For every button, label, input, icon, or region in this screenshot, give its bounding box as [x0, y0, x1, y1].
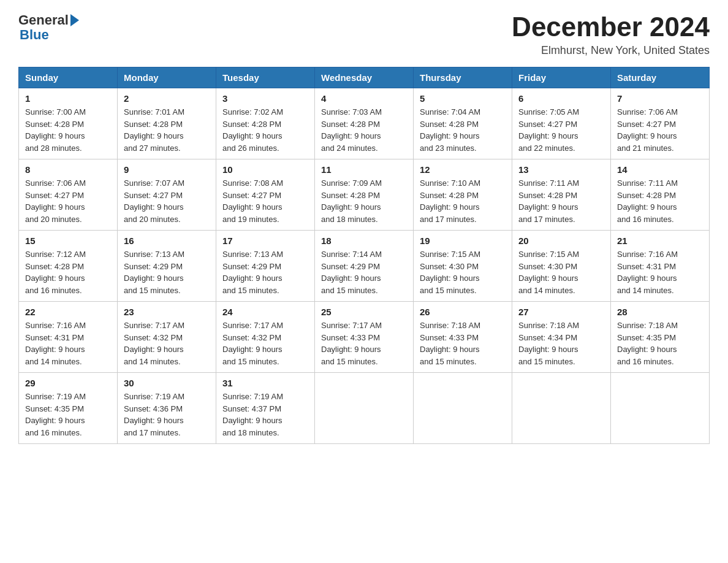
calendar-cell: 7 Sunrise: 7:06 AM Sunset: 4:27 PM Dayli… — [611, 88, 710, 159]
calendar-title: December 2024 — [512, 12, 710, 42]
col-header-tuesday: Tuesday — [216, 67, 315, 88]
day-info: Sunrise: 7:19 AM Sunset: 4:37 PM Dayligh… — [222, 391, 308, 439]
calendar-week-row: 8 Sunrise: 7:06 AM Sunset: 4:27 PM Dayli… — [19, 159, 710, 231]
day-number: 14 — [617, 164, 703, 175]
day-info: Sunrise: 7:13 AM Sunset: 4:29 PM Dayligh… — [124, 248, 210, 296]
day-info: Sunrise: 7:05 AM Sunset: 4:27 PM Dayligh… — [518, 106, 604, 154]
logo: General Blue — [18, 12, 79, 43]
day-number: 30 — [124, 378, 210, 388]
calendar-cell: 12 Sunrise: 7:10 AM Sunset: 4:28 PM Dayl… — [414, 159, 512, 231]
calendar-cell: 23 Sunrise: 7:17 AM Sunset: 4:32 PM Dayl… — [118, 302, 216, 373]
day-number: 12 — [420, 164, 506, 175]
calendar-cell: 4 Sunrise: 7:03 AM Sunset: 4:28 PM Dayli… — [315, 88, 414, 159]
calendar-cell: 10 Sunrise: 7:08 AM Sunset: 4:27 PM Dayl… — [216, 159, 315, 231]
day-number: 1 — [25, 93, 111, 104]
calendar-cell: 29 Sunrise: 7:19 AM Sunset: 4:35 PM Dayl… — [19, 373, 118, 444]
calendar-cell: 22 Sunrise: 7:16 AM Sunset: 4:31 PM Dayl… — [19, 302, 118, 373]
calendar-cell: 28 Sunrise: 7:18 AM Sunset: 4:35 PM Dayl… — [611, 302, 710, 373]
day-info: Sunrise: 7:17 AM Sunset: 4:33 PM Dayligh… — [321, 320, 407, 367]
day-number: 20 — [518, 236, 604, 246]
calendar-cell: 19 Sunrise: 7:15 AM Sunset: 4:30 PM Dayl… — [414, 231, 512, 302]
logo-line1: General — [18, 12, 79, 28]
calendar-week-row: 1 Sunrise: 7:00 AM Sunset: 4:28 PM Dayli… — [19, 88, 710, 159]
day-number: 3 — [222, 93, 308, 104]
calendar-cell: 3 Sunrise: 7:02 AM Sunset: 4:28 PM Dayli… — [216, 88, 315, 159]
day-number: 17 — [222, 236, 308, 246]
calendar-cell: 25 Sunrise: 7:17 AM Sunset: 4:33 PM Dayl… — [315, 302, 414, 373]
day-number: 26 — [420, 307, 506, 317]
day-info: Sunrise: 7:16 AM Sunset: 4:31 PM Dayligh… — [617, 248, 703, 296]
col-header-thursday: Thursday — [414, 67, 512, 88]
day-number: 5 — [420, 93, 506, 104]
day-info: Sunrise: 7:08 AM Sunset: 4:27 PM Dayligh… — [222, 177, 308, 225]
day-info: Sunrise: 7:19 AM Sunset: 4:36 PM Dayligh… — [124, 391, 210, 439]
day-number: 2 — [124, 93, 210, 104]
day-info: Sunrise: 7:06 AM Sunset: 4:27 PM Dayligh… — [25, 177, 111, 225]
calendar-cell: 24 Sunrise: 7:17 AM Sunset: 4:32 PM Dayl… — [216, 302, 315, 373]
col-header-monday: Monday — [118, 67, 216, 88]
day-number: 31 — [222, 378, 308, 388]
day-number: 27 — [518, 307, 604, 317]
day-number: 22 — [25, 307, 111, 317]
calendar-cell — [512, 373, 611, 444]
day-info: Sunrise: 7:16 AM Sunset: 4:31 PM Dayligh… — [25, 320, 111, 367]
calendar-cell: 15 Sunrise: 7:12 AM Sunset: 4:28 PM Dayl… — [19, 231, 118, 302]
day-info: Sunrise: 7:13 AM Sunset: 4:29 PM Dayligh… — [222, 248, 308, 296]
day-info: Sunrise: 7:18 AM Sunset: 4:34 PM Dayligh… — [518, 320, 604, 367]
calendar-cell: 1 Sunrise: 7:00 AM Sunset: 4:28 PM Dayli… — [19, 88, 118, 159]
day-info: Sunrise: 7:07 AM Sunset: 4:27 PM Dayligh… — [124, 177, 210, 225]
calendar-week-row: 22 Sunrise: 7:16 AM Sunset: 4:31 PM Dayl… — [19, 302, 710, 373]
calendar-cell: 21 Sunrise: 7:16 AM Sunset: 4:31 PM Dayl… — [611, 231, 710, 302]
day-info: Sunrise: 7:17 AM Sunset: 4:32 PM Dayligh… — [222, 320, 308, 367]
day-info: Sunrise: 7:06 AM Sunset: 4:27 PM Dayligh… — [617, 106, 703, 154]
calendar-week-row: 15 Sunrise: 7:12 AM Sunset: 4:28 PM Dayl… — [19, 231, 710, 302]
calendar-table: SundayMondayTuesdayWednesdayThursdayFrid… — [18, 67, 710, 444]
calendar-cell: 30 Sunrise: 7:19 AM Sunset: 4:36 PM Dayl… — [118, 373, 216, 444]
logo-general-text: General — [18, 12, 69, 28]
calendar-cell: 2 Sunrise: 7:01 AM Sunset: 4:28 PM Dayli… — [118, 88, 216, 159]
calendar-cell: 20 Sunrise: 7:15 AM Sunset: 4:30 PM Dayl… — [512, 231, 611, 302]
day-info: Sunrise: 7:15 AM Sunset: 4:30 PM Dayligh… — [518, 248, 604, 296]
logo-blue-text: Blue — [18, 27, 49, 43]
calendar-cell: 18 Sunrise: 7:14 AM Sunset: 4:29 PM Dayl… — [315, 231, 414, 302]
calendar-cell — [611, 373, 710, 444]
calendar-cell: 16 Sunrise: 7:13 AM Sunset: 4:29 PM Dayl… — [118, 231, 216, 302]
day-info: Sunrise: 7:03 AM Sunset: 4:28 PM Dayligh… — [321, 106, 407, 154]
col-header-saturday: Saturday — [611, 67, 710, 88]
day-number: 29 — [25, 378, 111, 388]
day-info: Sunrise: 7:04 AM Sunset: 4:28 PM Dayligh… — [420, 106, 506, 154]
calendar-cell: 9 Sunrise: 7:07 AM Sunset: 4:27 PM Dayli… — [118, 159, 216, 231]
day-info: Sunrise: 7:19 AM Sunset: 4:35 PM Dayligh… — [25, 391, 111, 439]
day-number: 6 — [518, 93, 604, 104]
day-number: 25 — [321, 307, 407, 317]
calendar-cell: 8 Sunrise: 7:06 AM Sunset: 4:27 PM Dayli… — [19, 159, 118, 231]
calendar-cell: 17 Sunrise: 7:13 AM Sunset: 4:29 PM Dayl… — [216, 231, 315, 302]
day-info: Sunrise: 7:17 AM Sunset: 4:32 PM Dayligh… — [124, 320, 210, 367]
day-number: 18 — [321, 236, 407, 246]
day-info: Sunrise: 7:11 AM Sunset: 4:28 PM Dayligh… — [617, 177, 703, 225]
logo-triangle-icon — [70, 14, 79, 26]
calendar-cell: 5 Sunrise: 7:04 AM Sunset: 4:28 PM Dayli… — [414, 88, 512, 159]
col-header-friday: Friday — [512, 67, 611, 88]
day-info: Sunrise: 7:10 AM Sunset: 4:28 PM Dayligh… — [420, 177, 506, 225]
calendar-cell: 6 Sunrise: 7:05 AM Sunset: 4:27 PM Dayli… — [512, 88, 611, 159]
day-info: Sunrise: 7:18 AM Sunset: 4:33 PM Dayligh… — [420, 320, 506, 367]
calendar-cell: 11 Sunrise: 7:09 AM Sunset: 4:28 PM Dayl… — [315, 159, 414, 231]
day-number: 16 — [124, 236, 210, 246]
day-info: Sunrise: 7:00 AM Sunset: 4:28 PM Dayligh… — [25, 106, 111, 154]
day-number: 13 — [518, 164, 604, 175]
day-number: 7 — [617, 93, 703, 104]
day-info: Sunrise: 7:12 AM Sunset: 4:28 PM Dayligh… — [25, 248, 111, 296]
day-info: Sunrise: 7:18 AM Sunset: 4:35 PM Dayligh… — [617, 320, 703, 367]
day-number: 10 — [222, 164, 308, 175]
col-header-wednesday: Wednesday — [315, 67, 414, 88]
title-block: December 2024 Elmhurst, New York, United… — [512, 12, 710, 57]
day-info: Sunrise: 7:09 AM Sunset: 4:28 PM Dayligh… — [321, 177, 407, 225]
calendar-cell: 27 Sunrise: 7:18 AM Sunset: 4:34 PM Dayl… — [512, 302, 611, 373]
day-number: 15 — [25, 236, 111, 246]
calendar-cell: 14 Sunrise: 7:11 AM Sunset: 4:28 PM Dayl… — [611, 159, 710, 231]
col-header-sunday: Sunday — [19, 67, 118, 88]
day-number: 21 — [617, 236, 703, 246]
day-info: Sunrise: 7:14 AM Sunset: 4:29 PM Dayligh… — [321, 248, 407, 296]
day-info: Sunrise: 7:15 AM Sunset: 4:30 PM Dayligh… — [420, 248, 506, 296]
